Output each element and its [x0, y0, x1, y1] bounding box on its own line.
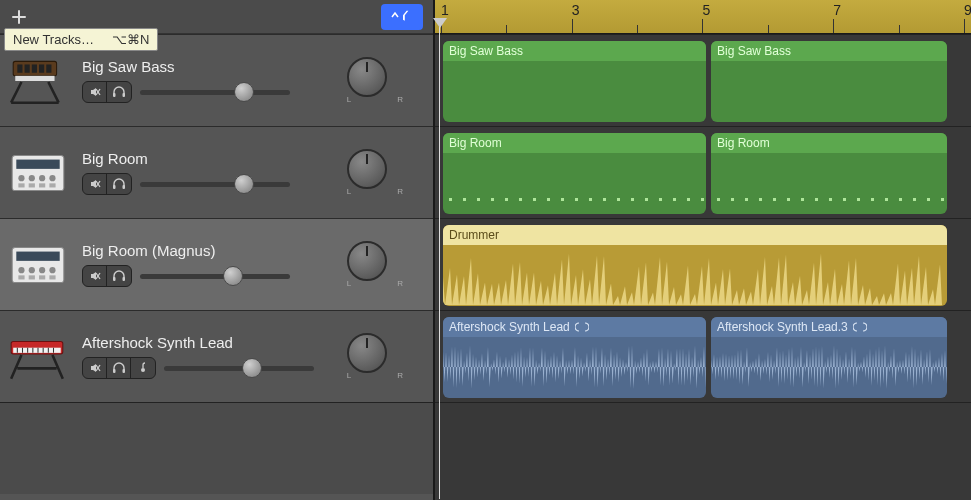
- new-tracks-tooltip: New Tracks… ⌥⌘N: [4, 28, 158, 51]
- timeline-row[interactable]: Big Saw BassBig Saw Bass: [435, 34, 971, 126]
- playhead[interactable]: [439, 20, 440, 499]
- region[interactable]: Big Room: [711, 133, 947, 214]
- loop-icon: [575, 321, 589, 333]
- svg-rect-19: [39, 183, 45, 187]
- region[interactable]: Big Room: [443, 133, 706, 214]
- app-root: New Tracks… ⌥⌘N Big Saw Bass L: [0, 0, 971, 500]
- svg-rect-50: [505, 198, 508, 201]
- plus-icon: [11, 9, 27, 25]
- add-track-button[interactable]: [6, 5, 32, 29]
- region[interactable]: Aftershock Synth Lead.3: [711, 317, 947, 398]
- track-row[interactable]: Big Room L R: [0, 126, 433, 218]
- svg-rect-4: [39, 64, 44, 72]
- pan-knob[interactable]: [347, 241, 387, 281]
- track-name[interactable]: Big Room: [82, 150, 337, 167]
- mute-icon: [89, 362, 101, 374]
- svg-rect-72: [815, 198, 818, 201]
- timeline-row[interactable]: [435, 402, 971, 494]
- svg-rect-61: [659, 198, 662, 201]
- volume-slider[interactable]: [140, 267, 290, 285]
- svg-rect-71: [801, 198, 804, 201]
- svg-rect-73: [829, 198, 832, 201]
- headphones-icon: [112, 86, 126, 98]
- svg-rect-77: [885, 198, 888, 201]
- pan-knob[interactable]: [347, 333, 387, 373]
- svg-rect-51: [519, 198, 522, 201]
- svg-rect-9: [113, 93, 116, 97]
- svg-point-29: [39, 267, 45, 273]
- region[interactable]: Aftershock Synth Lead: [443, 317, 706, 398]
- region[interactable]: Big Saw Bass: [711, 41, 947, 122]
- track-name[interactable]: Big Room (Magnus): [82, 242, 337, 259]
- solo-button[interactable]: [107, 266, 131, 286]
- region-label: Aftershock Synth Lead: [443, 317, 706, 337]
- svg-point-14: [29, 175, 35, 181]
- pan-knob[interactable]: [347, 57, 387, 97]
- region[interactable]: Big Saw Bass: [443, 41, 706, 122]
- svg-rect-63: [687, 198, 690, 201]
- timeline-row[interactable]: Big RoomBig Room: [435, 126, 971, 218]
- svg-point-45: [141, 368, 145, 372]
- svg-rect-18: [29, 183, 35, 187]
- record-icon: [137, 362, 149, 374]
- tooltip-label: New Tracks…: [13, 32, 94, 47]
- track-name[interactable]: Big Saw Bass: [82, 58, 337, 75]
- volume-slider[interactable]: [164, 359, 314, 377]
- svg-rect-67: [745, 198, 748, 201]
- record-enable-button[interactable]: [131, 358, 155, 378]
- svg-rect-56: [589, 198, 592, 201]
- filter-icon: [390, 9, 414, 25]
- solo-button[interactable]: [107, 174, 131, 194]
- svg-rect-2: [25, 64, 30, 72]
- svg-rect-66: [731, 198, 734, 201]
- track-row[interactable]: Aftershock Synth Lead L R: [0, 310, 433, 402]
- svg-rect-81: [941, 198, 944, 201]
- svg-rect-17: [18, 183, 24, 187]
- track-list-panel: New Tracks… ⌥⌘N Big Saw Bass L: [0, 0, 435, 500]
- ruler-marker: 9: [964, 2, 971, 18]
- svg-rect-57: [603, 198, 606, 201]
- svg-rect-75: [857, 198, 860, 201]
- track-name[interactable]: Aftershock Synth Lead: [82, 334, 337, 351]
- svg-rect-20: [49, 183, 55, 187]
- instrument-thumbnail[interactable]: [4, 328, 72, 386]
- svg-rect-60: [645, 198, 648, 201]
- pan-knob[interactable]: [347, 149, 387, 189]
- filter-button[interactable]: [381, 4, 423, 30]
- svg-rect-78: [899, 198, 902, 201]
- timeline[interactable]: Big Saw BassBig Saw BassBig RoomBig Room…: [435, 34, 971, 500]
- svg-rect-3: [32, 64, 37, 72]
- svg-rect-65: [717, 198, 720, 201]
- svg-rect-6: [15, 75, 54, 80]
- track-button-group: [82, 81, 132, 103]
- instrument-thumbnail[interactable]: [4, 236, 72, 294]
- mute-button[interactable]: [83, 266, 107, 286]
- svg-rect-10: [123, 93, 126, 97]
- track-button-group: [82, 173, 132, 195]
- ruler-marker: 7: [833, 2, 841, 18]
- track-toolbar: New Tracks… ⌥⌘N: [0, 0, 433, 34]
- volume-slider[interactable]: [140, 175, 290, 193]
- region-label: Big Room: [443, 133, 706, 153]
- timeline-row[interactable]: Drummer: [435, 218, 971, 310]
- mute-button[interactable]: [83, 174, 107, 194]
- track-row[interactable]: Big Room (Magnus) L R: [0, 218, 433, 310]
- instrument-thumbnail[interactable]: [4, 52, 72, 110]
- mute-button[interactable]: [83, 358, 107, 378]
- timeline-ruler[interactable]: 13579: [435, 0, 971, 34]
- volume-slider[interactable]: [140, 83, 290, 101]
- svg-rect-38: [123, 277, 126, 281]
- svg-rect-64: [701, 198, 704, 201]
- svg-rect-49: [491, 198, 494, 201]
- svg-rect-48: [477, 198, 480, 201]
- track-button-group: [82, 357, 156, 379]
- region-label: Big Room: [711, 133, 947, 153]
- svg-rect-23: [113, 185, 116, 189]
- solo-button[interactable]: [107, 82, 131, 102]
- mute-button[interactable]: [83, 82, 107, 102]
- timeline-row[interactable]: Aftershock Synth LeadAftershock Synth Le…: [435, 310, 971, 402]
- region[interactable]: Drummer: [443, 225, 947, 306]
- solo-button[interactable]: [107, 358, 131, 378]
- instrument-thumbnail[interactable]: [4, 144, 72, 202]
- tooltip-shortcut: ⌥⌘N: [112, 32, 149, 47]
